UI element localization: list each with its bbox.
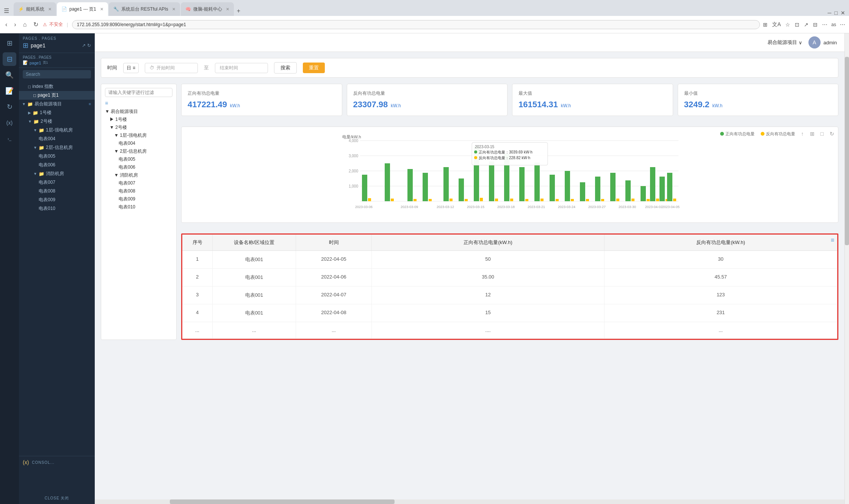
tf-f2i[interactable]: ▼ 2层-信息机房 [105, 148, 172, 155]
sidebar-toggle-icon[interactable]: ☰ [2, 6, 11, 16]
tf-m010[interactable]: 电表010 [105, 204, 172, 210]
tree-item-meter007[interactable]: 电表007 [19, 178, 95, 187]
rail-notes-icon[interactable]: 📝 [3, 84, 16, 98]
svg-text:2023-03-12: 2023-03-12 [437, 205, 454, 209]
tab-restful-close[interactable]: ✕ [172, 7, 175, 12]
tree-item-meter009[interactable]: 电表009 [19, 196, 95, 204]
more-icon[interactable]: ⋯ [839, 21, 846, 28]
address-input[interactable] [72, 20, 760, 29]
stat-title-forward: 正向有功总电量 [188, 90, 336, 97]
h-scrollbar-thumb[interactable] [170, 499, 395, 504]
right-scrollbar-thumb[interactable] [845, 57, 849, 245]
right-scrollbar[interactable] [844, 33, 849, 504]
reader-mode-icon[interactable]: ⊞ [762, 21, 768, 28]
maximize-icon[interactable]: □ [835, 10, 838, 16]
chart-expand-icon[interactable]: □ [821, 131, 824, 137]
close-window-icon[interactable]: ✕ [841, 10, 845, 16]
tf-b1[interactable]: ▶ 1号楼 [105, 116, 172, 123]
tf-f1e[interactable]: ▼ 1层-强电机房 [105, 132, 172, 139]
rail-var-icon[interactable]: (x) [3, 116, 16, 130]
chart-download-icon[interactable]: ↑ [801, 131, 804, 137]
rail-pages-icon[interactable]: ⊞ [3, 36, 16, 50]
tab-page1[interactable]: 📄 page1 --- 页1 ✕ [57, 2, 108, 16]
day-select[interactable]: 日 ≡ [123, 63, 139, 73]
tf-m005[interactable]: 电表005 [105, 156, 172, 163]
sidebar-page-name: ⊞ page1 ↗ ↻ [23, 41, 91, 50]
sidebar-search-input[interactable] [23, 70, 91, 78]
rail-refresh-icon[interactable]: ↻ [3, 100, 16, 114]
expand-icon-b1: ▶ [28, 111, 31, 115]
tree-item-building1[interactable]: ▶ 📁 1号楼 [19, 108, 95, 117]
star-icon[interactable]: ☆ [785, 21, 791, 28]
stat-title-reverse: 反向有功总电量 [353, 90, 501, 97]
tf-m007[interactable]: 电表007 [105, 180, 172, 186]
tree-item-meter006[interactable]: 电表006 [19, 161, 95, 169]
rail-layout-icon[interactable]: ⊟ [3, 52, 16, 66]
stat-value-reverse: 23307.98 kW.h [353, 100, 501, 110]
tf-m008[interactable]: 电表008 [105, 188, 172, 194]
start-time-picker[interactable]: ⏱ 开始时间 [145, 63, 198, 73]
tree-item-fire-room[interactable]: ▼ 📁 消防机房 [19, 169, 95, 178]
sidebar-export-icon[interactable]: ↗ [82, 43, 86, 48]
project-label: 易合能源项目 [768, 39, 797, 46]
collections-icon[interactable]: ⊡ [794, 21, 800, 28]
td-seq-dots: ... [182, 322, 213, 338]
sidebar-close-label[interactable]: CLOSE 关闭 [23, 496, 91, 501]
tab-microbrain-close[interactable]: ✕ [226, 7, 229, 12]
settings-icon[interactable]: ⋯ [821, 21, 828, 28]
tf-m009[interactable]: 电表009 [105, 196, 172, 202]
tree-item-meter004[interactable]: 电表004 [19, 135, 95, 143]
bar-y19 [656, 199, 659, 201]
chart-table-icon[interactable]: ⊞ [810, 131, 815, 137]
file-tree: □ index 指数 □ page1 页1 ▼ 📁 易合能源项目 ≡ ▶ 📁 [19, 81, 95, 456]
home-button[interactable]: ⌂ [21, 20, 29, 29]
share-icon[interactable]: ↗ [803, 21, 809, 28]
tf-b2[interactable]: ▼ 2号楼 [105, 124, 172, 131]
tree-item-meter008[interactable]: 电表008 [19, 187, 95, 196]
chart-refresh-icon[interactable]: ↻ [830, 131, 834, 137]
main-body: ≡ ▼ 易合能源项目 ▶ 1号楼 ▼ 2号楼 ▼ 1层-强电机房 电表004 ▼… [101, 84, 838, 340]
back-button[interactable]: ‹ [3, 20, 9, 29]
tf-fire[interactable]: ▼ 消防机房 [105, 172, 172, 178]
tab-page1-close[interactable]: ✕ [100, 7, 103, 12]
tree-item-meter005[interactable]: 电表005 [19, 152, 95, 161]
tf-m006[interactable]: 电表006 [105, 164, 172, 171]
folder-fire-icon: 📁 [39, 171, 44, 177]
tab-energy-close[interactable]: ✕ [48, 7, 52, 12]
sidebar-icon[interactable]: ⊟ [812, 21, 818, 28]
tree-item-page1[interactable]: □ page1 页1 [19, 91, 95, 100]
tree-item-add-icon[interactable]: ≡ [89, 102, 91, 106]
rail-console-icon[interactable]: ›_ [3, 132, 16, 146]
tf-project[interactable]: ▼ 易合能源项目 [105, 108, 172, 115]
tree-label-meter006: 电表006 [39, 162, 55, 168]
table-edit-icon[interactable]: ≡ [831, 237, 834, 244]
tree-item-floor2-info[interactable]: ▼ 📁 2层-信息机房 [19, 143, 95, 152]
minimize-icon[interactable]: ─ [828, 10, 832, 16]
sidebar-refresh-icon[interactable]: ↻ [87, 43, 91, 48]
project-selector[interactable]: 易合能源项目 ∨ [768, 39, 802, 46]
tab-energy-icon: ⚡ [18, 6, 24, 12]
refresh-button[interactable]: ↻ [31, 20, 41, 29]
tree-item-index[interactable]: □ index 指数 [19, 82, 95, 91]
table-scroll[interactable]: 1 电表001 2022-04-05 50 30 2 电表001 2022-04 [182, 251, 837, 339]
tree-label-meter004: 电表004 [39, 136, 55, 142]
translate-icon[interactable]: 文A [771, 20, 782, 29]
tree-item-project[interactable]: ▼ 📁 易合能源项目 ≡ [19, 100, 95, 108]
forward-button[interactable]: › [12, 20, 18, 29]
sidebar-notes-link[interactable]: page1 [30, 61, 41, 65]
tree-item-building2[interactable]: ▼ 📁 2号楼 [19, 117, 95, 126]
tree-item-floor1-electric[interactable]: ▼ 📁 1层-强电机房 [19, 126, 95, 135]
end-time-picker[interactable]: 结束时间 [215, 63, 268, 73]
tf-m004[interactable]: 电表004 [105, 140, 172, 147]
tab-restful[interactable]: 🔧 系统后台 RESTful APIs ✕ [109, 2, 180, 16]
tree-item-meter010[interactable]: 电表010 [19, 204, 95, 213]
tree-filter-input[interactable] [105, 88, 172, 97]
folder-f2i-icon: 📁 [39, 145, 44, 150]
reset-button[interactable]: 重置 [303, 63, 325, 73]
rail-search-icon[interactable]: 🔍 [3, 68, 16, 82]
new-tab-button[interactable]: + [234, 6, 243, 16]
search-button[interactable]: 搜索 [274, 62, 297, 74]
tab-energy-system[interactable]: ⚡ 能耗系统 ✕ [14, 2, 56, 16]
tab-microbrain[interactable]: 🧠 微脑-能耗中心 ✕ [181, 2, 234, 16]
horizontal-scrollbar[interactable] [95, 499, 844, 504]
